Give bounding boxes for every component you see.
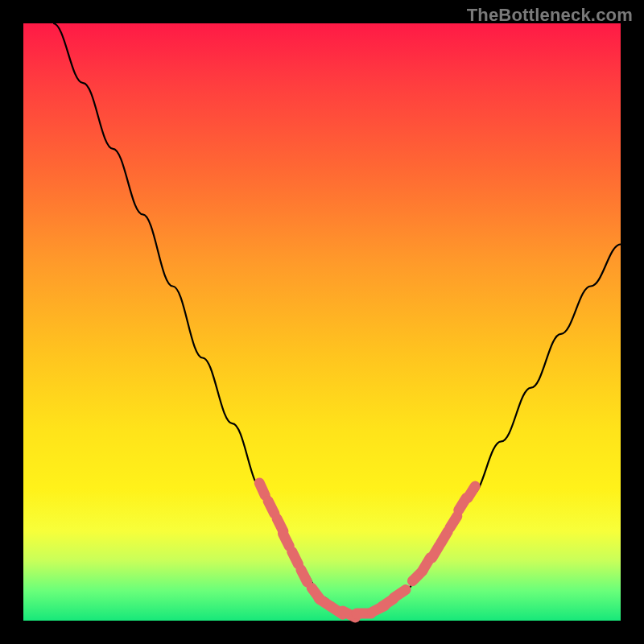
curve-marker (389, 584, 411, 603)
curve-marker (463, 481, 481, 503)
chart-svg (23, 23, 621, 621)
bottleneck-curve (53, 23, 621, 615)
marker-group (254, 477, 481, 622)
chart-frame (23, 23, 621, 621)
